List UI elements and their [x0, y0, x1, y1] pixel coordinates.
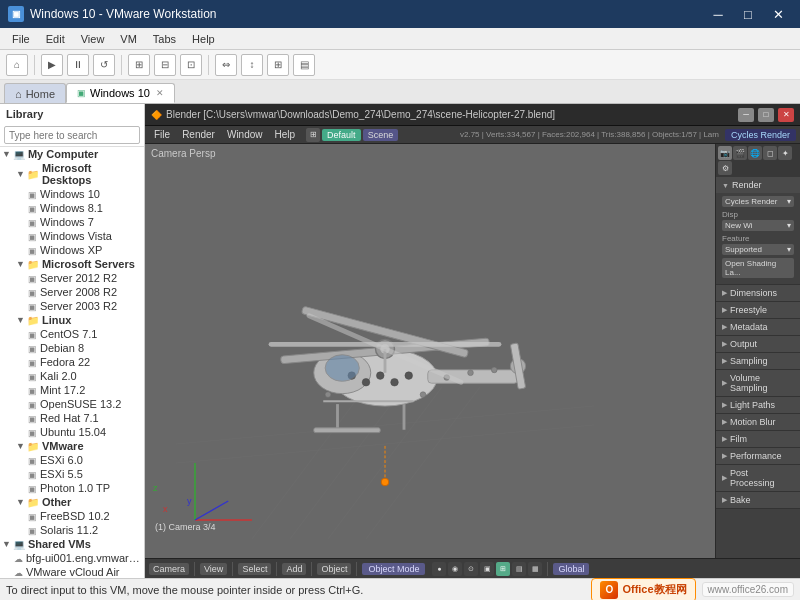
- device-dropdown[interactable]: New Wi ▾: [722, 220, 794, 231]
- bottom-add[interactable]: Add: [282, 563, 306, 575]
- panel-tab-render[interactable]: 📷: [718, 146, 732, 160]
- vm-windows-xp[interactable]: ▣Windows XP: [28, 243, 144, 257]
- vm-ubuntu[interactable]: ▣Ubuntu 15.04: [28, 425, 144, 439]
- menu-file[interactable]: File: [4, 31, 38, 47]
- freestyle-header[interactable]: ▶ Freestyle: [716, 302, 800, 318]
- toolbar-btn7[interactable]: ↕: [241, 54, 263, 76]
- bottom-icon2[interactable]: ◉: [448, 562, 462, 576]
- tab-windows10[interactable]: ▣ Windows 10 ✕: [66, 83, 175, 103]
- vm-centos[interactable]: ▣CentOS 7.1: [28, 327, 144, 341]
- vm-vcloud[interactable]: ☁VMware vCloud Air: [14, 565, 144, 578]
- toolbar-btn5[interactable]: ⊡: [180, 54, 202, 76]
- panel-section-render-header[interactable]: ▼ Render: [716, 177, 800, 193]
- tree-shared-vms-header[interactable]: ▼ 💻 Shared VMs: [0, 537, 144, 551]
- blender-minimize[interactable]: ─: [738, 108, 754, 122]
- menu-edit[interactable]: Edit: [38, 31, 73, 47]
- toolbar-power[interactable]: ▶: [41, 54, 63, 76]
- vm-kali[interactable]: ▣Kali 2.0: [28, 369, 144, 383]
- vm-windows10[interactable]: ▣Windows 10: [28, 187, 144, 201]
- menu-tabs[interactable]: Tabs: [145, 31, 184, 47]
- film-header[interactable]: ▶ Film: [716, 431, 800, 447]
- menu-vm[interactable]: VM: [112, 31, 145, 47]
- bottom-object[interactable]: Object: [317, 563, 351, 575]
- blender-scene-btn[interactable]: Scene: [363, 129, 399, 141]
- bottom-mode[interactable]: Object Mode: [362, 563, 425, 575]
- tree-group-my-computer[interactable]: ▼ 💻 My Computer: [0, 147, 144, 161]
- bottom-icon6[interactable]: ▤: [512, 562, 526, 576]
- toolbar-home[interactable]: ⌂: [6, 54, 28, 76]
- tree-ms-desktops-header[interactable]: ▼ 📁 Microsoft Desktops: [14, 161, 144, 187]
- vm-windows7[interactable]: ▣Windows 7: [28, 215, 144, 229]
- blender-menu-window[interactable]: Window: [222, 128, 268, 141]
- vm-server2012[interactable]: ▣Server 2012 R2: [28, 271, 144, 285]
- bottom-icon4[interactable]: ▣: [480, 562, 494, 576]
- vm-redhat[interactable]: ▣Red Hat 7.1: [28, 411, 144, 425]
- metadata-header[interactable]: ▶ Metadata: [716, 319, 800, 335]
- blender-cycles-btn[interactable]: Cycles Render: [725, 129, 796, 141]
- toolbar-btn4[interactable]: ⊟: [154, 54, 176, 76]
- menu-help[interactable]: Help: [184, 31, 223, 47]
- vm-photon[interactable]: ▣Photon 1.0 TP: [28, 481, 144, 495]
- vm-windows-vista[interactable]: ▣Windows Vista: [28, 229, 144, 243]
- blender-toolbar-icon1[interactable]: ⊞: [306, 128, 320, 142]
- bottom-camera[interactable]: Camera: [149, 563, 189, 575]
- output-header[interactable]: ▶ Output: [716, 336, 800, 352]
- viewport-3d[interactable]: Camera Persp: [145, 144, 715, 558]
- vm-windows81[interactable]: ▣Windows 8.1: [28, 201, 144, 215]
- bake-header[interactable]: ▶ Bake: [716, 492, 800, 508]
- minimize-button[interactable]: ─: [704, 0, 732, 28]
- blender-viewport[interactable]: Camera Persp: [145, 144, 800, 558]
- bottom-icon7[interactable]: ▦: [528, 562, 542, 576]
- toolbar-restart[interactable]: ↺: [93, 54, 115, 76]
- vm-mint[interactable]: ▣Mint 17.2: [28, 383, 144, 397]
- toolbar-btn6[interactable]: ⇔: [215, 54, 237, 76]
- tree-ms-servers-header[interactable]: ▼ 📁 Microsoft Servers: [14, 257, 144, 271]
- shading-dropdown[interactable]: Open Shading La...: [722, 258, 794, 278]
- vm-debian[interactable]: ▣Debian 8: [28, 341, 144, 355]
- vm-fedora[interactable]: ▣Fedora 22: [28, 355, 144, 369]
- panel-tab-scene[interactable]: 🎬: [733, 146, 747, 160]
- blender-menu-render[interactable]: Render: [177, 128, 220, 141]
- panel-tab-world[interactable]: 🌐: [748, 146, 762, 160]
- search-input[interactable]: [4, 126, 140, 144]
- vm-esxi5[interactable]: ▣ESXi 5.5: [28, 467, 144, 481]
- bottom-icon5[interactable]: ⊞: [496, 562, 510, 576]
- blender-menu-file[interactable]: File: [149, 128, 175, 141]
- blender-default-btn[interactable]: Default: [322, 129, 361, 141]
- vm-server2008[interactable]: ▣Server 2008 R2: [28, 285, 144, 299]
- panel-tab-particles[interactable]: ✦: [778, 146, 792, 160]
- vm-solaris[interactable]: ▣Solaris 11.2: [28, 523, 144, 537]
- tree-other-header[interactable]: ▼ 📁 Other: [14, 495, 144, 509]
- vm-opensuse[interactable]: ▣OpenSUSE 13.2: [28, 397, 144, 411]
- feature-dropdown[interactable]: Supported ▾: [722, 244, 794, 255]
- blender-menu-help[interactable]: Help: [270, 128, 301, 141]
- bottom-icon1[interactable]: ●: [432, 562, 446, 576]
- bottom-select[interactable]: Select: [238, 563, 271, 575]
- performance-header[interactable]: ▶ Performance: [716, 448, 800, 464]
- tree-vmware-header[interactable]: ▼ 📁 VMware: [14, 439, 144, 453]
- post-processing-header[interactable]: ▶ Post Processing: [716, 465, 800, 491]
- volume-sampling-header[interactable]: ▶ Volume Sampling: [716, 370, 800, 396]
- blender-close[interactable]: ✕: [778, 108, 794, 122]
- panel-tab-physics[interactable]: ⚙: [718, 161, 732, 175]
- tab-close-icon[interactable]: ✕: [156, 88, 164, 98]
- toolbar-btn8[interactable]: ⊞: [267, 54, 289, 76]
- motion-blur-header[interactable]: ▶ Motion Blur: [716, 414, 800, 430]
- sampling-header[interactable]: ▶ Sampling: [716, 353, 800, 369]
- maximize-button[interactable]: □: [734, 0, 762, 28]
- render-engine-dropdown[interactable]: Cycles Render ▾: [722, 196, 794, 207]
- blender-maximize[interactable]: □: [758, 108, 774, 122]
- toolbar-btn9[interactable]: ▤: [293, 54, 315, 76]
- toolbar-btn3[interactable]: ⊞: [128, 54, 150, 76]
- panel-tab-object[interactable]: ◻: [763, 146, 777, 160]
- bottom-global[interactable]: Global: [553, 563, 589, 575]
- vm-server2003[interactable]: ▣Server 2003 R2: [28, 299, 144, 313]
- toolbar-pause[interactable]: ⏸: [67, 54, 89, 76]
- light-paths-header[interactable]: ▶ Light Paths: [716, 397, 800, 413]
- vm-bfg[interactable]: ☁bfg-ui001.eng.vmware.com: [14, 551, 144, 565]
- bottom-icon3[interactable]: ⊙: [464, 562, 478, 576]
- dimensions-header[interactable]: ▶ Dimensions: [716, 285, 800, 301]
- bottom-view[interactable]: View: [200, 563, 227, 575]
- close-button[interactable]: ✕: [764, 0, 792, 28]
- tree-linux-header[interactable]: ▼ 📁 Linux: [14, 313, 144, 327]
